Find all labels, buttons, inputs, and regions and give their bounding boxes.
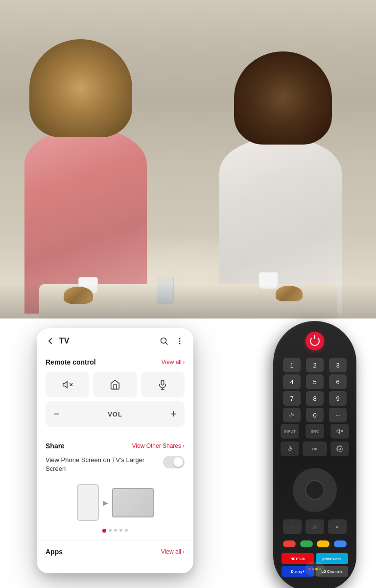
woman-left-hair <box>29 39 132 137</box>
mic-button[interactable] <box>141 372 185 397</box>
remote-buttons-container: − VOL + <box>46 372 185 427</box>
settings-remote-button[interactable] <box>330 441 349 456</box>
num-5-button[interactable]: 5 <box>306 374 324 389</box>
google-dot-blue <box>312 568 314 570</box>
remote-mic-button[interactable] <box>281 441 299 456</box>
search-icon[interactable] <box>159 336 169 346</box>
dots-button[interactable]: ··· <box>329 408 347 422</box>
google-dot-yellow <box>315 568 318 570</box>
mute-button[interactable] <box>46 372 89 397</box>
svg-point-1 <box>179 338 181 340</box>
numpad-row-2: 4 5 6 <box>283 374 347 389</box>
color-buttons <box>283 540 347 547</box>
num-4-button[interactable]: 4 <box>283 374 301 389</box>
num-6-button[interactable]: 6 <box>329 374 347 389</box>
dpad[interactable] <box>293 468 337 512</box>
home-remote-button[interactable]: ⌂ <box>306 519 324 534</box>
apps-chevron-icon: › <box>183 548 185 555</box>
carousel-dots <box>46 525 185 533</box>
phone-header-left: TV <box>46 336 69 346</box>
num-7-button[interactable]: 7 <box>283 391 301 406</box>
control-row-1: INPUT SRC <box>281 424 349 439</box>
physical-remote: 1 2 3 4 5 6 7 8 9 -/= 0 ··· INPU <box>273 321 361 588</box>
volume-control-row: − VOL + <box>46 401 185 427</box>
share-title: Share <box>46 442 65 450</box>
apps-view-all-label: View all <box>161 548 181 555</box>
yellow-button[interactable] <box>317 540 329 547</box>
volume-plus-icon[interactable]: + <box>170 408 177 420</box>
phone-header-icons <box>159 336 185 346</box>
toggle-knob <box>173 457 183 467</box>
red-button[interactable] <box>283 540 296 547</box>
phone-title: TV <box>59 337 69 345</box>
dot-4[interactable] <box>119 529 122 532</box>
num-1-button[interactable]: 1 <box>283 358 301 372</box>
remote-section-title: Remote control <box>46 358 96 366</box>
nav-buttons: ← ⌂ <box>283 519 347 534</box>
svg-point-13 <box>336 526 338 528</box>
phone-screen-share-row: View Phone Screen on TV's Larger Screen <box>46 456 185 473</box>
apps-section: Apps View all › <box>37 541 193 561</box>
phone-mockup: TV Remote control View all <box>37 328 193 573</box>
numpad-row-4: -/= 0 ··· <box>283 408 347 422</box>
num-0-button[interactable]: 0 <box>306 408 324 422</box>
numpad: 1 2 3 4 5 6 7 8 9 -/= 0 ··· <box>283 358 347 424</box>
remote-view-all-button[interactable]: View all › <box>162 359 185 366</box>
hero-section <box>0 0 376 333</box>
power-button[interactable] <box>306 332 324 350</box>
green-button[interactable] <box>300 540 313 547</box>
dot-1[interactable] <box>102 529 106 533</box>
svg-rect-6 <box>162 380 164 385</box>
google-assistant-button[interactable] <box>305 562 325 576</box>
svg-rect-11 <box>289 446 291 449</box>
remote-body: 1 2 3 4 5 6 7 8 9 -/= 0 ··· INPU <box>273 321 356 588</box>
numpad-row-1: 1 2 3 <box>283 358 347 372</box>
dot-5[interactable] <box>125 529 128 532</box>
num-9-button[interactable]: 9 <box>329 391 347 406</box>
input-button[interactable]: INPUT <box>281 424 299 439</box>
remote-control-section: Remote control View all › <box>37 351 193 435</box>
dpad-center[interactable] <box>305 480 325 500</box>
view-other-shares-label: View Other Shares <box>132 442 182 449</box>
share-chevron-icon: › <box>183 442 185 449</box>
more-options-icon[interactable] <box>175 336 185 346</box>
num-3-button[interactable]: 3 <box>329 358 347 372</box>
remote-view-all-label: View all <box>162 359 182 366</box>
phone-screen-toggle[interactable] <box>163 456 185 468</box>
volume-minus-icon[interactable]: − <box>53 408 60 420</box>
share-header: Share View Other Shares › <box>46 442 185 450</box>
num-2-button[interactable]: 2 <box>306 358 324 372</box>
google-dot-red <box>308 568 311 570</box>
source-button[interactable]: SRC <box>306 424 324 439</box>
control-row-2: OK <box>281 441 349 456</box>
arrow-right-icon: ▶ <box>103 499 108 507</box>
num-8-button[interactable]: 8 <box>306 391 324 406</box>
power-icon <box>310 336 320 346</box>
view-other-shares-button[interactable]: View Other Shares › <box>132 442 185 449</box>
numpad-row-3: 7 8 9 <box>283 391 347 406</box>
tv-screen-thumbnail <box>112 488 154 517</box>
woman-right-hair <box>234 51 332 145</box>
dot-3[interactable] <box>114 529 117 532</box>
home-button[interactable] <box>93 372 137 397</box>
apps-view-all-button[interactable]: View all › <box>161 548 185 555</box>
phone-screen-thumbnail <box>77 484 99 521</box>
google-dot-green <box>319 568 321 570</box>
ok-button[interactable]: OK <box>303 441 327 456</box>
svg-point-3 <box>179 343 181 344</box>
dash-eq-button[interactable]: -/= <box>283 408 301 422</box>
svg-point-12 <box>339 448 341 450</box>
phone-screen-label: View Phone Screen on TV's Larger Screen <box>46 456 153 473</box>
control-area: INPUT SRC OK <box>281 424 349 459</box>
woman-right <box>214 49 361 314</box>
dot-2[interactable] <box>109 529 112 532</box>
hero-background <box>0 0 376 333</box>
chevron-right-icon: › <box>183 360 185 365</box>
back-button[interactable] <box>46 336 55 346</box>
blue-button[interactable] <box>334 540 347 547</box>
remote-buttons-row-1 <box>46 372 185 397</box>
settings-nav-button[interactable] <box>328 519 347 534</box>
mute-remote-button[interactable] <box>330 424 349 439</box>
back-remote-button[interactable]: ← <box>283 519 302 534</box>
phone-header: TV <box>37 328 193 351</box>
